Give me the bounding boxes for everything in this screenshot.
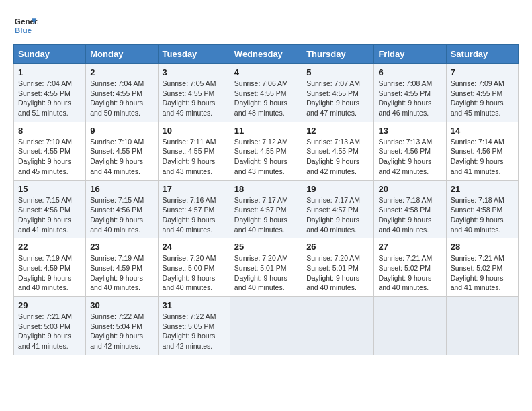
column-header-monday: Monday bbox=[86, 45, 158, 64]
day-number: 31 bbox=[163, 300, 226, 310]
calendar-cell: 4 Sunrise: 7:06 AMSunset: 4:55 PMDayligh… bbox=[230, 64, 302, 122]
day-number: 11 bbox=[234, 126, 298, 136]
day-info: Sunrise: 7:10 AMSunset: 4:55 PMDaylight:… bbox=[18, 138, 72, 175]
column-header-wednesday: Wednesday bbox=[230, 45, 302, 64]
day-info: Sunrise: 7:08 AMSunset: 4:55 PMDaylight:… bbox=[378, 79, 432, 117]
day-info: Sunrise: 7:20 AMSunset: 5:00 PMDaylight:… bbox=[163, 254, 216, 291]
calendar-cell: 10 Sunrise: 7:11 AMSunset: 4:55 PMDaylig… bbox=[158, 122, 230, 180]
calendar-week-row: 1 Sunrise: 7:04 AMSunset: 4:55 PMDayligh… bbox=[14, 64, 519, 122]
day-info: Sunrise: 7:17 AMSunset: 4:57 PMDaylight:… bbox=[306, 196, 360, 234]
day-info: Sunrise: 7:19 AMSunset: 4:59 PMDaylight:… bbox=[18, 254, 72, 291]
logo: General Blue bbox=[13, 13, 38, 38]
day-number: 24 bbox=[163, 242, 226, 252]
day-info: Sunrise: 7:15 AMSunset: 4:56 PMDaylight:… bbox=[90, 196, 144, 234]
day-info: Sunrise: 7:20 AMSunset: 5:01 PMDaylight:… bbox=[234, 254, 288, 291]
calendar-cell: 2 Sunrise: 7:04 AMSunset: 4:55 PMDayligh… bbox=[86, 64, 158, 122]
calendar-cell: 14 Sunrise: 7:14 AMSunset: 4:56 PMDaylig… bbox=[446, 122, 518, 180]
calendar-cell: 23 Sunrise: 7:19 AMSunset: 4:59 PMDaylig… bbox=[86, 238, 158, 297]
calendar-cell bbox=[302, 297, 374, 355]
calendar-cell: 24 Sunrise: 7:20 AMSunset: 5:00 PMDaylig… bbox=[158, 238, 230, 297]
calendar-cell: 26 Sunrise: 7:20 AMSunset: 5:01 PMDaylig… bbox=[302, 238, 374, 297]
calendar-cell: 15 Sunrise: 7:15 AMSunset: 4:56 PMDaylig… bbox=[14, 180, 86, 238]
day-number: 29 bbox=[18, 300, 81, 310]
day-info: Sunrise: 7:13 AMSunset: 4:56 PMDaylight:… bbox=[378, 138, 432, 175]
day-number: 23 bbox=[90, 242, 153, 252]
calendar-cell: 9 Sunrise: 7:10 AMSunset: 4:55 PMDayligh… bbox=[86, 122, 158, 180]
day-info: Sunrise: 7:15 AMSunset: 4:56 PMDaylight:… bbox=[18, 196, 72, 234]
day-number: 18 bbox=[234, 184, 298, 194]
day-info: Sunrise: 7:04 AMSunset: 4:55 PMDaylight:… bbox=[18, 79, 72, 117]
day-info: Sunrise: 7:21 AMSunset: 5:03 PMDaylight:… bbox=[18, 312, 72, 350]
day-number: 27 bbox=[378, 242, 441, 252]
day-info: Sunrise: 7:21 AMSunset: 5:02 PMDaylight:… bbox=[451, 254, 504, 291]
calendar-table: SundayMondayTuesdayWednesdayThursdayFrid… bbox=[13, 44, 519, 355]
day-number: 21 bbox=[451, 184, 514, 194]
day-number: 20 bbox=[378, 184, 441, 194]
day-info: Sunrise: 7:16 AMSunset: 4:57 PMDaylight:… bbox=[163, 196, 216, 234]
svg-text:Blue: Blue bbox=[15, 26, 32, 34]
calendar-cell: 13 Sunrise: 7:13 AMSunset: 4:56 PMDaylig… bbox=[374, 122, 446, 180]
calendar-week-row: 22 Sunrise: 7:19 AMSunset: 4:59 PMDaylig… bbox=[14, 238, 519, 297]
day-number: 16 bbox=[90, 184, 153, 194]
calendar-cell: 17 Sunrise: 7:16 AMSunset: 4:57 PMDaylig… bbox=[158, 180, 230, 238]
day-number: 7 bbox=[451, 67, 514, 77]
calendar-cell bbox=[446, 297, 518, 355]
calendar-cell: 6 Sunrise: 7:08 AMSunset: 4:55 PMDayligh… bbox=[374, 64, 446, 122]
day-info: Sunrise: 7:22 AMSunset: 5:04 PMDaylight:… bbox=[90, 312, 144, 350]
calendar-cell: 3 Sunrise: 7:05 AMSunset: 4:55 PMDayligh… bbox=[158, 64, 230, 122]
column-header-thursday: Thursday bbox=[302, 45, 374, 64]
calendar-cell: 28 Sunrise: 7:21 AMSunset: 5:02 PMDaylig… bbox=[446, 238, 518, 297]
day-number: 15 bbox=[18, 184, 81, 194]
column-header-sunday: Sunday bbox=[14, 45, 86, 64]
day-info: Sunrise: 7:18 AMSunset: 4:58 PMDaylight:… bbox=[378, 196, 432, 234]
day-number: 26 bbox=[306, 242, 369, 252]
calendar-cell: 16 Sunrise: 7:15 AMSunset: 4:56 PMDaylig… bbox=[86, 180, 158, 238]
calendar-cell: 29 Sunrise: 7:21 AMSunset: 5:03 PMDaylig… bbox=[14, 297, 86, 355]
calendar-week-row: 29 Sunrise: 7:21 AMSunset: 5:03 PMDaylig… bbox=[14, 297, 519, 355]
day-info: Sunrise: 7:06 AMSunset: 4:55 PMDaylight:… bbox=[234, 79, 288, 117]
day-info: Sunrise: 7:05 AMSunset: 4:55 PMDaylight:… bbox=[163, 79, 216, 117]
calendar-header-row: SundayMondayTuesdayWednesdayThursdayFrid… bbox=[14, 45, 519, 64]
calendar-cell: 19 Sunrise: 7:17 AMSunset: 4:57 PMDaylig… bbox=[302, 180, 374, 238]
day-number: 30 bbox=[90, 300, 153, 310]
day-info: Sunrise: 7:13 AMSunset: 4:55 PMDaylight:… bbox=[306, 138, 360, 175]
day-number: 25 bbox=[234, 242, 298, 252]
calendar-cell: 8 Sunrise: 7:10 AMSunset: 4:55 PMDayligh… bbox=[14, 122, 86, 180]
day-info: Sunrise: 7:10 AMSunset: 4:55 PMDaylight:… bbox=[90, 138, 144, 175]
day-info: Sunrise: 7:22 AMSunset: 5:05 PMDaylight:… bbox=[163, 312, 216, 350]
day-number: 8 bbox=[18, 126, 81, 136]
calendar-cell: 11 Sunrise: 7:12 AMSunset: 4:55 PMDaylig… bbox=[230, 122, 302, 180]
calendar-cell: 25 Sunrise: 7:20 AMSunset: 5:01 PMDaylig… bbox=[230, 238, 302, 297]
calendar-cell: 22 Sunrise: 7:19 AMSunset: 4:59 PMDaylig… bbox=[14, 238, 86, 297]
day-number: 17 bbox=[163, 184, 226, 194]
day-number: 3 bbox=[163, 67, 226, 77]
calendar-week-row: 8 Sunrise: 7:10 AMSunset: 4:55 PMDayligh… bbox=[14, 122, 519, 180]
calendar-cell: 1 Sunrise: 7:04 AMSunset: 4:55 PMDayligh… bbox=[14, 64, 86, 122]
day-info: Sunrise: 7:04 AMSunset: 4:55 PMDaylight:… bbox=[90, 79, 144, 117]
column-header-saturday: Saturday bbox=[446, 45, 518, 64]
day-info: Sunrise: 7:14 AMSunset: 4:56 PMDaylight:… bbox=[451, 138, 504, 175]
day-number: 28 bbox=[451, 242, 514, 252]
day-number: 13 bbox=[378, 126, 441, 136]
day-info: Sunrise: 7:20 AMSunset: 5:01 PMDaylight:… bbox=[306, 254, 360, 291]
day-info: Sunrise: 7:07 AMSunset: 4:55 PMDaylight:… bbox=[306, 79, 360, 117]
day-info: Sunrise: 7:09 AMSunset: 4:55 PMDaylight:… bbox=[451, 79, 504, 117]
day-number: 2 bbox=[90, 67, 153, 77]
day-number: 4 bbox=[234, 67, 298, 77]
day-number: 19 bbox=[306, 184, 369, 194]
calendar-cell: 20 Sunrise: 7:18 AMSunset: 4:58 PMDaylig… bbox=[374, 180, 446, 238]
logo-icon: General Blue bbox=[13, 13, 38, 38]
day-number: 9 bbox=[90, 126, 153, 136]
day-info: Sunrise: 7:18 AMSunset: 4:58 PMDaylight:… bbox=[451, 196, 504, 234]
day-info: Sunrise: 7:12 AMSunset: 4:55 PMDaylight:… bbox=[234, 138, 288, 175]
day-info: Sunrise: 7:11 AMSunset: 4:55 PMDaylight:… bbox=[163, 138, 216, 175]
day-number: 1 bbox=[18, 67, 81, 77]
day-info: Sunrise: 7:21 AMSunset: 5:02 PMDaylight:… bbox=[378, 254, 432, 291]
calendar-cell: 5 Sunrise: 7:07 AMSunset: 4:55 PMDayligh… bbox=[302, 64, 374, 122]
calendar-cell: 7 Sunrise: 7:09 AMSunset: 4:55 PMDayligh… bbox=[446, 64, 518, 122]
calendar-cell: 27 Sunrise: 7:21 AMSunset: 5:02 PMDaylig… bbox=[374, 238, 446, 297]
day-number: 14 bbox=[451, 126, 514, 136]
day-number: 5 bbox=[306, 67, 369, 77]
calendar-cell: 21 Sunrise: 7:18 AMSunset: 4:58 PMDaylig… bbox=[446, 180, 518, 238]
day-info: Sunrise: 7:17 AMSunset: 4:57 PMDaylight:… bbox=[234, 196, 288, 234]
